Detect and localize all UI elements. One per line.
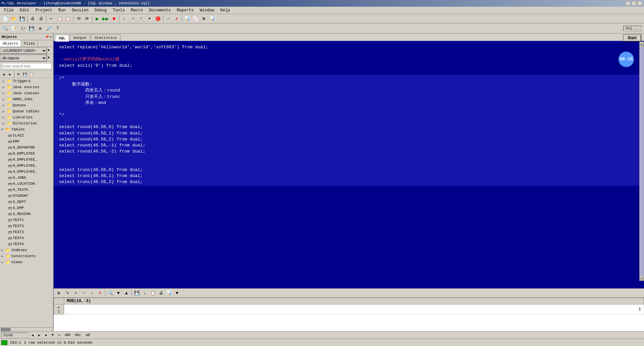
results-del-btn[interactable]: −	[80, 289, 88, 297]
tree-next-button[interactable]: ▶	[7, 71, 13, 77]
menu-edit[interactable]: Edit	[17, 7, 32, 14]
breakpoint-button[interactable]: 🔴	[154, 15, 162, 22]
filter-expand-icon[interactable]: ▼	[47, 49, 50, 52]
tree-dbms-jobs[interactable]: ▷ 📁 DBMS_Jobs	[0, 96, 53, 102]
tab-objects[interactable]: Objects	[0, 40, 21, 47]
results-copy-btn[interactable]: 📋	[149, 289, 157, 297]
menu-documents[interactable]: Documents	[146, 7, 173, 14]
tree-test4[interactable]: 🗃 TEST4	[0, 235, 53, 241]
find-up-btn[interactable]: ▲	[43, 332, 49, 338]
minimize-button[interactable]: ─	[625, 1, 631, 6]
obj-browse-button[interactable]: 🔍	[1, 25, 9, 32]
tree-prev-button[interactable]: ◀	[1, 71, 7, 77]
tree-queues[interactable]: ▷ 📁 Queues	[0, 102, 53, 108]
autotrace-button[interactable]: 📈	[192, 15, 200, 22]
results-export-btn[interactable]: ↓	[141, 289, 149, 297]
results-chart-drop-btn[interactable]: ▼	[173, 289, 181, 297]
run-to-cursor-button[interactable]: ➤	[146, 15, 154, 22]
tree-indexes[interactable]: ▷ 📁 Indexes	[0, 247, 53, 253]
scroll-down-btn[interactable]: ▼	[640, 276, 644, 281]
commit-button[interactable]: ✓	[164, 15, 172, 22]
menu-debug[interactable]: Debug	[92, 7, 109, 14]
results-cancel-btn[interactable]: ✗	[96, 289, 104, 297]
tree-h-location[interactable]: 🗃 H_LOCATION	[0, 181, 53, 187]
find-edit-btn[interactable]: ✎	[56, 332, 62, 338]
tree-hscroll[interactable]	[0, 327, 53, 331]
tree-emp[interactable]: 🗃 EMP	[0, 138, 53, 145]
tree-test1[interactable]: 🗃 TEST1	[0, 217, 53, 223]
results-filter-up-btn[interactable]: ▲	[123, 289, 130, 297]
code-vscroll[interactable]: ▲ ▼	[639, 42, 644, 281]
tree-clazz[interactable]: 🗃 CLAZZ	[0, 132, 53, 138]
tree-h-departme[interactable]: 🗃 H_DEPARTME	[0, 145, 53, 151]
menu-macro[interactable]: Macro	[128, 7, 146, 14]
results-print-btn[interactable]: 🖨	[157, 289, 165, 297]
tab-statistics[interactable]: Statistics	[91, 34, 120, 41]
tree-save-button[interactable]: 💾	[22, 71, 28, 77]
tree-refresh-button[interactable]: ⟳	[15, 71, 21, 77]
tree-views[interactable]: ▷ 📁 Views	[0, 259, 53, 265]
close-panel-button[interactable]: ✕	[50, 35, 52, 39]
chart-button[interactable]: 📊	[208, 15, 216, 22]
menu-window[interactable]: Window	[197, 7, 217, 14]
tree-test2[interactable]: 🗃 TEST2	[0, 223, 53, 229]
print2-button[interactable]: 🖨	[37, 15, 45, 22]
close-button[interactable]: ✕	[637, 1, 643, 6]
compile-button[interactable]: ⚙	[36, 25, 44, 32]
menu-help[interactable]: Help	[218, 7, 233, 14]
menu-file[interactable]: File	[1, 7, 16, 14]
object-type-expand-icon[interactable]: ▼	[47, 56, 50, 60]
save-button[interactable]: 💾	[18, 15, 26, 22]
find-ab-btn[interactable]: aB	[83, 332, 93, 338]
results-filter-dn-btn[interactable]: ▼	[115, 289, 122, 297]
menu-project[interactable]: Project	[33, 7, 55, 14]
redo-button[interactable]: ⟳	[83, 15, 91, 22]
step-into-button[interactable]: ↓	[120, 15, 128, 22]
results-find-btn[interactable]: 🔍	[107, 289, 114, 297]
cut-button[interactable]: ✂	[47, 15, 55, 22]
tree-s-region[interactable]: 🗃 S_REGION	[0, 211, 53, 217]
find-abc2-btn[interactable]: Abc	[73, 332, 83, 338]
menu-reports[interactable]: Reports	[174, 7, 196, 14]
pin-icon[interactable]: 📌	[45, 35, 49, 39]
results-add-btn[interactable]: +	[72, 289, 79, 297]
undo-button[interactable]: ⟲	[74, 15, 83, 22]
grid-button[interactable]: ⊞	[200, 15, 208, 22]
copy-button[interactable]: 📋	[56, 15, 64, 22]
tree-queue-tables[interactable]: ▷ 📁 Queue tables	[0, 108, 53, 114]
step-out-button[interactable]: ↑	[137, 15, 145, 22]
find-next-btn[interactable]: ▶	[36, 332, 42, 338]
execute-all-button[interactable]: ▶▶	[102, 15, 110, 22]
open-button[interactable]: 📂	[10, 15, 18, 22]
tree-s-emp[interactable]: 🗃 S_EMP	[0, 205, 53, 211]
help-button[interactable]: ?	[54, 25, 62, 32]
tree-triggers[interactable]: ▷ 📁 Triggers	[0, 78, 53, 84]
tree-h-employee1[interactable]: 🗃 H_EMPLOYEE	[0, 151, 53, 157]
menu-tools[interactable]: Tools	[110, 7, 127, 14]
find-down-btn[interactable]: ▼	[50, 332, 56, 338]
tree-h-employee3[interactable]: 🗃 H_EMPLOYEE_	[0, 163, 53, 169]
tree-test3[interactable]: 🗃 TEST3	[0, 229, 53, 235]
sql-editor[interactable]: 00:15 select replace('helloworld','world…	[54, 42, 644, 288]
describe-button[interactable]: 📝	[10, 25, 18, 32]
menu-session[interactable]: Session	[69, 7, 91, 14]
tree-h-employee2[interactable]: 🗃 H_EMPLOYEE_	[0, 157, 53, 163]
save-as-button[interactable]: 💾	[28, 25, 36, 32]
tree-tables[interactable]: ▽ 📂 Tables	[0, 126, 53, 132]
scroll-up-btn[interactable]: ▲	[640, 42, 644, 46]
start-button[interactable]: Start	[623, 34, 641, 42]
rollback-button[interactable]: ✗	[173, 15, 181, 22]
tree-h-employee4[interactable]: 🗃 H_EMPLOYEE_	[0, 169, 53, 175]
tab-output[interactable]: Output	[70, 34, 91, 41]
execute-button[interactable]: ▶	[93, 15, 101, 22]
find-field[interactable]: Find	[1, 333, 28, 338]
tree-h-test5[interactable]: 🗃 H_TEST5	[0, 187, 53, 193]
tab-sql[interactable]: SQL	[55, 35, 69, 42]
tree-test6[interactable]: 🗃 TEST6	[0, 241, 53, 247]
results-edit-btn[interactable]: ✎	[64, 289, 71, 297]
step-over-button[interactable]: →	[129, 15, 137, 22]
print-button[interactable]: 🖨	[29, 15, 37, 22]
results-chart-btn[interactable]: 📊	[165, 289, 173, 297]
new-button[interactable]: 📄	[1, 15, 9, 22]
recall-button[interactable]: ⭮	[19, 25, 27, 32]
